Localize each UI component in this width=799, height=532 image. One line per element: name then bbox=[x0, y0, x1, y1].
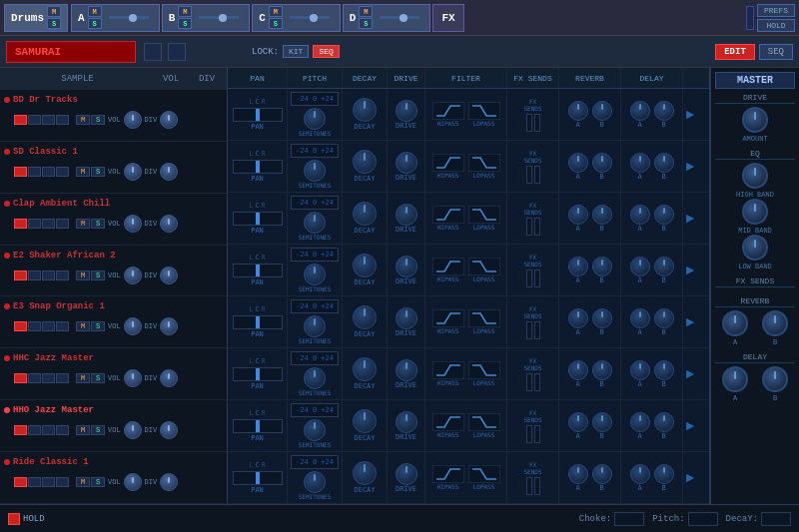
vol-knob[interactable] bbox=[124, 163, 142, 181]
m-small-btn[interactable]: M bbox=[76, 167, 90, 177]
div-knob[interactable] bbox=[160, 163, 178, 181]
mini-btn-3[interactable] bbox=[42, 321, 55, 331]
m-small-btn[interactable]: M bbox=[76, 321, 90, 331]
div-knob[interactable] bbox=[160, 215, 178, 233]
decay-knob[interactable] bbox=[353, 305, 377, 329]
mini-btn-2[interactable] bbox=[28, 425, 41, 435]
reverb-b-channel-knob[interactable] bbox=[592, 360, 612, 380]
tab-b[interactable]: B M S bbox=[162, 4, 251, 32]
mini-btn-2[interactable] bbox=[28, 219, 41, 229]
seq-lock-btn[interactable]: SEQ bbox=[313, 45, 339, 58]
s-small-btn[interactable]: S bbox=[91, 425, 105, 435]
mini-btn-4[interactable] bbox=[56, 115, 69, 125]
delay-b-channel-knob[interactable] bbox=[654, 257, 674, 276]
vol-knob[interactable] bbox=[124, 317, 142, 335]
reverb-b-knob[interactable] bbox=[762, 310, 788, 336]
delay-a-knob[interactable] bbox=[722, 366, 748, 392]
delay-b-channel-knob[interactable] bbox=[654, 205, 674, 225]
mini-btn-4[interactable] bbox=[56, 321, 69, 331]
reverb-b-channel-knob[interactable] bbox=[592, 101, 612, 121]
lowband-knob[interactable] bbox=[742, 235, 768, 261]
s-small-btn[interactable]: S bbox=[91, 115, 105, 125]
drive-knob[interactable] bbox=[396, 411, 417, 433]
mini-btn-4[interactable] bbox=[56, 373, 69, 383]
mini-btn-3[interactable] bbox=[42, 115, 55, 125]
c-slider[interactable] bbox=[290, 16, 330, 19]
reverb-b-channel-knob[interactable] bbox=[592, 257, 612, 276]
mini-btn-3[interactable] bbox=[42, 167, 55, 177]
div-knob[interactable] bbox=[160, 317, 178, 335]
mini-btn-3[interactable] bbox=[42, 219, 55, 229]
delay-b-channel-knob[interactable] bbox=[654, 412, 674, 432]
m-small-btn[interactable]: M bbox=[76, 270, 90, 280]
delay-b-channel-knob[interactable] bbox=[654, 464, 674, 484]
a-m-btn[interactable]: M bbox=[88, 6, 102, 17]
vol-knob[interactable] bbox=[124, 111, 142, 129]
mini-btn-4[interactable] bbox=[56, 270, 69, 280]
s-small-btn[interactable]: S bbox=[91, 167, 105, 177]
drums-s-btn[interactable]: S bbox=[47, 18, 61, 29]
mini-btn-2[interactable] bbox=[28, 167, 41, 177]
mini-btn-3[interactable] bbox=[42, 425, 55, 435]
mini-btn-2[interactable] bbox=[28, 373, 41, 383]
pitch-box[interactable] bbox=[688, 512, 718, 526]
mini-btn-2[interactable] bbox=[28, 270, 41, 280]
s-small-btn[interactable]: S bbox=[91, 219, 105, 229]
mini-btn-1[interactable] bbox=[14, 321, 27, 331]
pitch-knob[interactable] bbox=[304, 264, 326, 285]
div-knob[interactable] bbox=[160, 369, 178, 387]
mini-btn-4[interactable] bbox=[56, 477, 69, 487]
tab-d[interactable]: D M S bbox=[343, 4, 431, 32]
mini-btn-1[interactable] bbox=[14, 425, 27, 435]
div-knob[interactable] bbox=[160, 473, 178, 491]
reverb-a-channel-knob[interactable] bbox=[568, 153, 588, 173]
reverb-b-channel-knob[interactable] bbox=[592, 464, 612, 484]
mini-btn-4[interactable] bbox=[56, 219, 69, 229]
tab-a[interactable]: A M S bbox=[71, 4, 160, 32]
s-small-btn[interactable]: S bbox=[91, 321, 105, 331]
vol-knob[interactable] bbox=[124, 266, 142, 284]
pitch-knob[interactable] bbox=[304, 367, 326, 389]
reverb-a-channel-knob[interactable] bbox=[568, 205, 588, 225]
m-small-btn[interactable]: M bbox=[76, 115, 90, 125]
drive-knob[interactable] bbox=[396, 100, 417, 122]
decay-box[interactable] bbox=[761, 512, 791, 526]
reverb-a-channel-knob[interactable] bbox=[568, 257, 588, 276]
delay-b-channel-knob[interactable] bbox=[654, 153, 674, 173]
reverb-a-knob[interactable] bbox=[722, 310, 748, 336]
pitch-knob[interactable] bbox=[304, 471, 326, 493]
delay-b-channel-knob[interactable] bbox=[654, 360, 674, 380]
delay-a-channel-knob[interactable] bbox=[630, 153, 650, 173]
mini-btn-4[interactable] bbox=[56, 167, 69, 177]
tab-c[interactable]: C M S bbox=[252, 4, 341, 32]
mini-btn-1[interactable] bbox=[14, 477, 27, 487]
a-slider[interactable] bbox=[109, 16, 149, 19]
mini-btn-1[interactable] bbox=[14, 373, 27, 383]
drive-knob[interactable] bbox=[396, 204, 417, 226]
reverb-b-channel-knob[interactable] bbox=[592, 205, 612, 225]
a-s-btn[interactable]: S bbox=[88, 18, 102, 29]
mini-btn-2[interactable] bbox=[28, 115, 41, 125]
c-m-btn[interactable]: M bbox=[269, 6, 283, 17]
seq-button[interactable]: SEQ bbox=[759, 44, 793, 60]
highband-knob[interactable] bbox=[742, 163, 768, 189]
pitch-knob[interactable] bbox=[304, 212, 326, 234]
mini-btn-2[interactable] bbox=[28, 477, 41, 487]
delay-a-channel-knob[interactable] bbox=[630, 257, 650, 276]
mini-btn-1[interactable] bbox=[14, 219, 27, 229]
decay-knob[interactable] bbox=[353, 202, 377, 226]
hold-button[interactable]: HOLD bbox=[757, 19, 795, 32]
reverb-a-channel-knob[interactable] bbox=[568, 412, 588, 432]
pitch-knob[interactable] bbox=[304, 419, 326, 441]
reverb-b-channel-knob[interactable] bbox=[592, 308, 612, 328]
m-small-btn[interactable]: M bbox=[76, 219, 90, 229]
m-small-btn[interactable]: M bbox=[76, 373, 90, 383]
c-s-btn[interactable]: S bbox=[269, 18, 283, 29]
decay-knob[interactable] bbox=[353, 409, 377, 433]
midband-knob[interactable] bbox=[742, 199, 768, 225]
mini-btn-1[interactable] bbox=[14, 115, 27, 125]
preset-next-btn[interactable] bbox=[168, 43, 186, 61]
b-slider[interactable] bbox=[199, 16, 239, 19]
div-knob[interactable] bbox=[160, 111, 178, 129]
edit-button[interactable]: EDIT bbox=[715, 44, 755, 60]
